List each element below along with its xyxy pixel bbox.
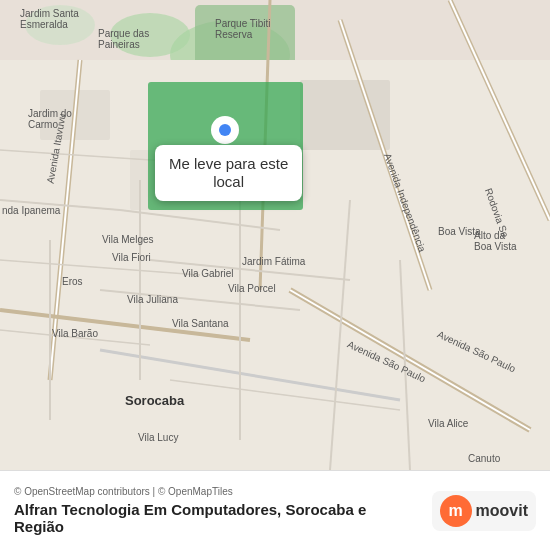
svg-rect-8 [300, 80, 390, 150]
place-name: Alfran Tecnologia Em Computadores, Soroc… [14, 501, 366, 535]
bottom-info: © OpenStreetMap contributors | © OpenMap… [14, 486, 366, 535]
moovit-m-letter: m [448, 502, 462, 520]
tooltip-text-line2: local [213, 173, 244, 190]
svg-point-35 [219, 124, 231, 136]
moovit-icon: m [440, 495, 472, 527]
moovit-text: moovit [476, 502, 528, 520]
moovit-logo[interactable]: m moovit [432, 491, 536, 531]
place-name-line2: Região [14, 518, 64, 535]
map-container[interactable]: Me leve para este local Jardim SantaEsme… [0, 0, 550, 470]
svg-point-3 [25, 5, 95, 45]
tooltip-text: Me leve para este [169, 155, 288, 172]
svg-point-2 [110, 13, 190, 57]
navigation-tooltip[interactable]: Me leve para este local [155, 145, 302, 201]
attribution-text: © OpenStreetMap contributors | © OpenMap… [14, 486, 366, 497]
bottom-bar: © OpenStreetMap contributors | © OpenMap… [0, 470, 550, 550]
place-name-line1: Alfran Tecnologia Em Computadores, Soroc… [14, 501, 366, 518]
